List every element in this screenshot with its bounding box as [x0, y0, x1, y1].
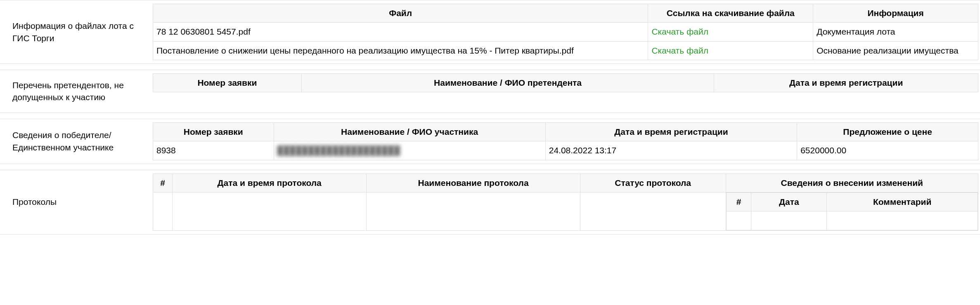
section-protocols: Протоколы # Дата и время протокола Наиме… [0, 170, 980, 235]
download-link[interactable]: Скачать файл [651, 27, 708, 36]
col-ch-date: Дата [751, 192, 827, 211]
section-files: Информация о файлах лота с ГИС Торги Фай… [0, 0, 980, 64]
rejected-table: Номер заявки Наименование / ФИО претенде… [153, 73, 978, 92]
col-name: Наименование протокола [367, 174, 580, 192]
col-num: # [153, 174, 173, 192]
col-changes: Сведения о внесении изменений [726, 174, 978, 192]
download-link[interactable]: Скачать файл [651, 46, 708, 55]
winner-price: 6520000.00 [797, 141, 978, 160]
protocol-status [580, 192, 726, 230]
col-info: Информация [813, 4, 978, 23]
table-row: Постановление о снижении цены переданног… [153, 41, 978, 60]
col-download: Ссылка на скачивание файла [648, 4, 813, 23]
protocol-changes: # Дата Комментарий [726, 192, 978, 230]
table-row: # Дата Комментарий [153, 192, 978, 230]
protocol-name [367, 192, 580, 230]
section-files-content: Файл Ссылка на скачивание файла Информац… [153, 0, 980, 63]
col-app-no: Номер заявки [153, 74, 302, 92]
file-info: Документация лота [813, 23, 978, 41]
table-row [726, 211, 978, 230]
section-rejected-content: Номер заявки Наименование / ФИО претенде… [153, 70, 980, 113]
col-reg-date: Дата и время регистрации [545, 122, 797, 141]
col-ch-num: # [726, 192, 751, 211]
col-ch-comment: Комментарий [827, 192, 978, 211]
changes-inner-table: # Дата Комментарий [726, 192, 978, 230]
section-protocols-label: Протоколы [0, 170, 153, 234]
col-reg-date: Дата и время регистрации [714, 74, 978, 92]
section-rejected-label: Перечень претендентов, не допущенных к у… [0, 70, 153, 113]
col-price: Предложение о цене [797, 122, 978, 141]
winner-table: Номер заявки Наименование / ФИО участник… [153, 122, 978, 160]
section-rejected: Перечень претендентов, не допущенных к у… [0, 70, 980, 113]
winner-name: ████████████████████ [274, 141, 545, 160]
winner-reg-date: 24.08.2022 13:17 [545, 141, 797, 160]
section-protocols-content: # Дата и время протокола Наименование пр… [153, 170, 980, 234]
section-files-label: Информация о файлах лота с ГИС Торги [0, 0, 153, 63]
col-name: Наименование / ФИО претендента [301, 74, 714, 92]
col-app-no: Номер заявки [153, 122, 274, 141]
section-winner: Сведения о победителе/ Единственном учас… [0, 119, 980, 164]
col-status: Статус протокола [580, 174, 726, 192]
file-info: Основание реализации имущества [813, 41, 978, 60]
file-name: Постановление о снижении цены переданног… [153, 41, 648, 60]
files-table: Файл Ссылка на скачивание файла Информац… [153, 4, 978, 60]
protocol-datetime [173, 192, 367, 230]
winner-app-no: 8938 [153, 141, 274, 160]
col-name: Наименование / ФИО участника [274, 122, 545, 141]
protocol-num [153, 192, 173, 230]
table-row: 78 12 0630801 5457.pdf Скачать файл Доку… [153, 23, 978, 41]
table-row: 8938 ████████████████████ 24.08.2022 13:… [153, 141, 978, 160]
section-winner-content: Номер заявки Наименование / ФИО участник… [153, 119, 980, 164]
col-datetime: Дата и время протокола [173, 174, 367, 192]
section-winner-label: Сведения о победителе/ Единственном учас… [0, 119, 153, 164]
col-file: Файл [153, 4, 648, 23]
file-name: 78 12 0630801 5457.pdf [153, 23, 648, 41]
protocols-table: # Дата и время протокола Наименование пр… [153, 174, 978, 231]
